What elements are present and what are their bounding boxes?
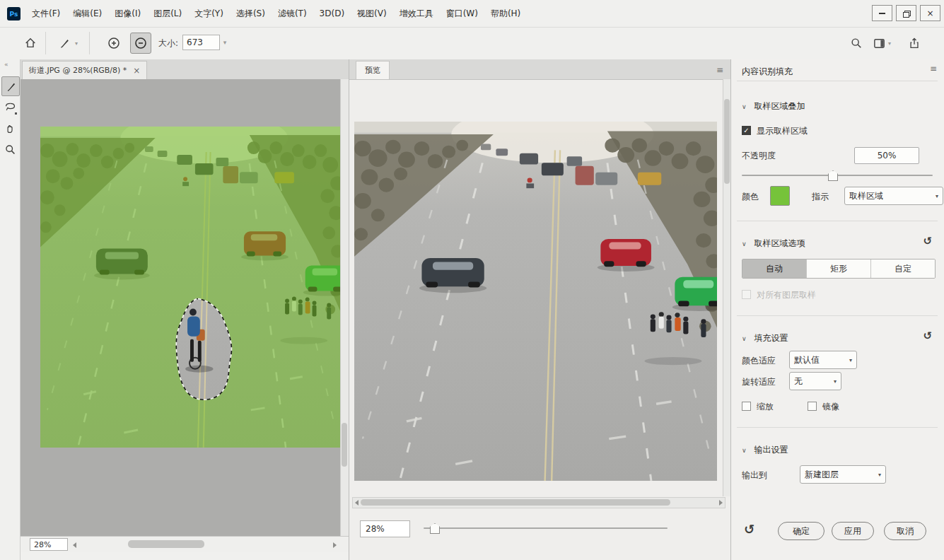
share-button[interactable] bbox=[905, 34, 923, 52]
brush-size-input[interactable]: 673 bbox=[182, 35, 220, 50]
color-adaptation-dropdown[interactable]: 默认值 ▾ bbox=[789, 351, 857, 369]
scrollbar-thumb[interactable] bbox=[724, 99, 730, 184]
document-vertical-scrollbar[interactable] bbox=[340, 79, 349, 536]
preview-tab-label: 预览 bbox=[365, 65, 380, 76]
panel-menu-icon[interactable]: ≡ bbox=[716, 65, 724, 75]
output-to-dropdown[interactable]: 新建图层 ▾ bbox=[800, 465, 886, 484]
menu-item[interactable]: 文字(Y) bbox=[188, 0, 230, 27]
menu-item[interactable]: 滤镜(T) bbox=[272, 0, 313, 27]
color-adaptation-label: 颜色适应 bbox=[742, 355, 776, 367]
apply-button[interactable]: 应用 bbox=[832, 522, 874, 540]
scrollbar-thumb[interactable] bbox=[361, 499, 670, 506]
ok-button[interactable]: 确定 bbox=[778, 522, 824, 540]
mirror-checkbox[interactable] bbox=[808, 402, 817, 411]
scroll-right-arrow-icon[interactable] bbox=[719, 500, 723, 506]
document-status-bar: 28% bbox=[21, 536, 349, 552]
sampling-brush-add-button[interactable] bbox=[105, 34, 123, 52]
section-header-label: 填充设置 bbox=[754, 332, 788, 344]
document-canvas[interactable] bbox=[21, 79, 349, 536]
workspace-icon bbox=[873, 37, 886, 50]
divider bbox=[737, 221, 938, 221]
preview-tab[interactable]: 预览 bbox=[356, 61, 390, 79]
overlay-color-swatch[interactable] bbox=[770, 186, 790, 206]
scroll-left-arrow-icon[interactable] bbox=[73, 542, 76, 548]
source-image-with-overlay[interactable] bbox=[40, 127, 340, 448]
document-tab[interactable]: 街道.JPG @ 28%(RGB/8) * × bbox=[22, 61, 147, 79]
rotation-adaptation-dropdown[interactable]: 无 ▾ bbox=[789, 372, 841, 390]
section-sampling-options-header[interactable]: ∨ 取样区域选项 bbox=[742, 238, 805, 250]
reset-sampling-options-icon[interactable]: ↺ bbox=[923, 235, 932, 247]
menu-item[interactable]: 文件(F) bbox=[25, 0, 66, 27]
preview-horizontal-scrollbar[interactable] bbox=[352, 497, 726, 508]
brush-dropdown-caret-icon[interactable]: ▾ bbox=[75, 40, 78, 47]
divider bbox=[737, 81, 938, 81]
menu-item[interactable]: 3D(D) bbox=[313, 0, 351, 27]
menu-item[interactable]: 编辑(E) bbox=[66, 0, 108, 27]
sample-all-layers-checkbox[interactable] bbox=[742, 290, 751, 299]
menu-item[interactable]: 选择(S) bbox=[230, 0, 272, 27]
segment-custom[interactable]: 自定 bbox=[871, 259, 935, 278]
workspace-caret-icon[interactable]: ▾ bbox=[888, 40, 891, 47]
chevron-down-icon: ∨ bbox=[742, 335, 747, 342]
menu-item[interactable]: 视图(V) bbox=[351, 0, 393, 27]
close-button[interactable]: × bbox=[920, 5, 940, 21]
panel-menu-icon[interactable]: ≡ bbox=[930, 64, 938, 74]
minimize-button[interactable] bbox=[872, 5, 892, 21]
menu-item[interactable]: 图像(I) bbox=[108, 0, 147, 27]
circle-plus-icon bbox=[106, 35, 122, 51]
section-fill-settings-header[interactable]: ∨ 填充设置 bbox=[742, 332, 788, 344]
section-sampling-overlay-header[interactable]: ∨ 取样区域叠加 bbox=[742, 100, 805, 112]
rotation-adaptation-value: 无 bbox=[794, 375, 803, 387]
workspace-button[interactable] bbox=[870, 34, 888, 52]
zoom-slider-handle[interactable] bbox=[430, 523, 440, 534]
scroll-left-arrow-icon[interactable] bbox=[355, 500, 359, 506]
collapse-tools-icon[interactable]: « bbox=[4, 61, 8, 68]
scroll-right-arrow-icon[interactable] bbox=[333, 542, 337, 548]
tool-hand[interactable] bbox=[1, 119, 18, 137]
tool-sampling-brush[interactable] bbox=[1, 76, 20, 96]
app-logo-icon[interactable]: Ps bbox=[7, 7, 21, 21]
menu-item[interactable]: 增效工具 bbox=[393, 0, 440, 27]
zoom-slider-track[interactable] bbox=[424, 527, 668, 529]
scrollbar-thumb[interactable] bbox=[128, 540, 204, 548]
rotation-adaptation-label: 旋转适应 bbox=[742, 376, 776, 388]
menu-item[interactable]: 图层(L) bbox=[147, 0, 188, 27]
opacity-value-box[interactable]: 50% bbox=[854, 147, 919, 164]
menu-item[interactable]: 窗口(W) bbox=[440, 0, 484, 27]
restore-button[interactable] bbox=[896, 5, 916, 21]
preview-image[interactable] bbox=[354, 122, 717, 481]
section-header-label: 输出设置 bbox=[754, 444, 788, 456]
tab-close-icon[interactable]: × bbox=[133, 66, 140, 76]
document-window: 街道.JPG @ 28%(RGB/8) * × bbox=[21, 59, 349, 560]
search-button[interactable] bbox=[847, 34, 866, 52]
sampling-brush-subtract-button[interactable] bbox=[130, 33, 151, 54]
cancel-button[interactable]: 取消 bbox=[884, 522, 926, 540]
menu-item[interactable]: 帮助(H) bbox=[484, 0, 527, 27]
opacity-slider-handle[interactable] bbox=[828, 170, 838, 181]
show-sampling-area-label: 显示取样区域 bbox=[757, 125, 808, 137]
brush-size-caret-icon[interactable]: ▾ bbox=[219, 35, 231, 50]
chevron-down-icon: ∨ bbox=[742, 103, 747, 110]
panel-title: 内容识别填充 bbox=[742, 66, 793, 78]
menu-bar: Ps 文件(F)编辑(E)图像(I)图层(L)文字(Y)选择(S)滤镜(T)3D… bbox=[0, 0, 944, 28]
brush-icon bbox=[58, 37, 71, 49]
sampling-brush-options-button[interactable] bbox=[55, 34, 74, 52]
minimize-icon bbox=[879, 13, 885, 14]
tool-zoom[interactable] bbox=[1, 140, 18, 158]
segment-auto[interactable]: 自动 bbox=[742, 259, 807, 278]
indicates-dropdown[interactable]: 取样区域 ▾ bbox=[844, 187, 943, 205]
tool-lasso[interactable] bbox=[1, 98, 18, 116]
preview-zoom-input[interactable]: 28% bbox=[360, 520, 410, 537]
scrollbar-thumb[interactable] bbox=[342, 423, 347, 467]
reset-all-icon[interactable]: ↺ bbox=[744, 522, 754, 537]
indicates-label: 指示 bbox=[812, 191, 829, 203]
section-output-settings-header[interactable]: ∨ 输出设置 bbox=[742, 444, 788, 456]
content-aware-fill-panel: 内容识别填充 ≡ ∨ 取样区域叠加 ✓ 显示取样区域 不透明度 50% 颜色 指… bbox=[730, 59, 944, 560]
home-button[interactable] bbox=[21, 34, 40, 52]
show-sampling-area-checkbox[interactable]: ✓ bbox=[742, 126, 751, 135]
lasso-icon bbox=[4, 101, 16, 113]
segment-rectangular[interactable]: 矩形 bbox=[807, 259, 871, 278]
reset-fill-settings-icon[interactable]: ↺ bbox=[923, 329, 932, 342]
scale-checkbox[interactable] bbox=[742, 402, 751, 411]
document-zoom-status[interactable]: 28% bbox=[30, 538, 68, 551]
